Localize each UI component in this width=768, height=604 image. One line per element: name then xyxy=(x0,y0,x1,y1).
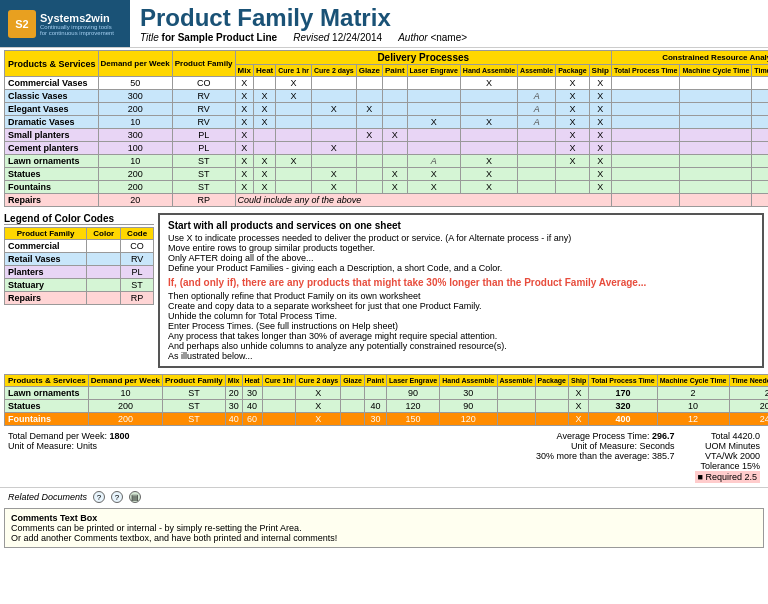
related-doc-icon-1[interactable]: ? xyxy=(93,491,105,503)
tpt-cell xyxy=(611,77,680,90)
table-row: Elegant Vases200RVXXXXAXX0 xyxy=(5,103,769,116)
family-cell: PL xyxy=(172,129,235,142)
table-row: Cement planters100PLXXXX0 xyxy=(5,142,769,155)
revised-label: Revised xyxy=(293,32,329,43)
package-cell: X xyxy=(556,116,589,129)
thirty-pct-value: 385.7 xyxy=(652,451,675,461)
total-value: 4420.0 xyxy=(732,431,760,441)
legend-code: RV xyxy=(121,253,154,266)
instruction-line5: Define your Product Families - giving ea… xyxy=(168,263,754,273)
glaze-cell xyxy=(356,155,382,168)
glaze-cell xyxy=(356,77,382,90)
product-name: Repairs xyxy=(5,194,99,207)
required-value: 2.5 xyxy=(744,472,757,482)
family-cell: RV xyxy=(172,90,235,103)
tpt-cell xyxy=(611,116,680,129)
paint-cell xyxy=(383,116,408,129)
mix-cell: X xyxy=(235,155,253,168)
tpt-cell xyxy=(611,194,680,207)
legend-code: ST xyxy=(121,279,154,292)
tolerance-label: Tolerance xyxy=(700,461,739,471)
mct-cell xyxy=(680,168,752,181)
legend-family-name: Planters xyxy=(5,266,87,279)
product-name: Elegant Vases xyxy=(5,103,99,116)
table-row: Repairs20RPCould include any of the abov… xyxy=(5,194,769,207)
mct-cell xyxy=(680,129,752,142)
assemble-cell xyxy=(518,129,556,142)
glaze-header: Glaze xyxy=(356,65,382,77)
laser-header: Laser Engrave xyxy=(407,65,460,77)
cure2-cell xyxy=(311,77,356,90)
mct-cell xyxy=(680,116,752,129)
family-header: Product Family xyxy=(172,51,235,77)
glaze-cell: X xyxy=(356,129,382,142)
mix-cell: X xyxy=(235,103,253,116)
instruction-line1: Start with all products and services on … xyxy=(168,220,754,231)
family-cell: RV xyxy=(172,103,235,116)
package-header: Package xyxy=(556,65,589,77)
uom-label-left: Unit of Measure xyxy=(8,441,72,451)
tnpw-cell: 0 xyxy=(752,129,768,142)
demand-header: Demand per Week xyxy=(98,51,172,77)
tolerance-value: 15% xyxy=(742,461,760,471)
legend-color-cell xyxy=(87,292,121,305)
instruction-line3: Move entire rows to group similar produc… xyxy=(168,243,754,253)
package-cell xyxy=(556,168,589,181)
package-cell: X xyxy=(556,77,589,90)
package-cell: X xyxy=(556,129,589,142)
logo-tagline: Continually improving tools xyxy=(40,24,114,30)
ship-cell: X xyxy=(589,129,611,142)
cure1-cell xyxy=(276,103,312,116)
demand-cell: 200 xyxy=(98,181,172,194)
cure2-cell: X xyxy=(311,168,356,181)
legend-family-name: Retail Vases xyxy=(5,253,87,266)
family-cell: PL xyxy=(172,142,235,155)
related-doc-icon-3[interactable]: ▤ xyxy=(129,491,141,503)
highlight-instruction: If, (and only if), there are any product… xyxy=(168,277,754,288)
glaze-cell xyxy=(356,142,382,155)
mix-cell: X xyxy=(235,129,253,142)
hand-cell xyxy=(460,90,517,103)
demand-cell: 10 xyxy=(98,155,172,168)
laser-cell: X xyxy=(407,181,460,194)
family-cell: ST xyxy=(172,155,235,168)
legend-code: CO xyxy=(121,240,154,253)
paint-header: Paint xyxy=(383,65,408,77)
heat-cell xyxy=(253,142,275,155)
table-row: Small planters300PLXXXXX0 xyxy=(5,129,769,142)
stats-row: Total Demand per Week: 1800 Unit of Meas… xyxy=(0,429,768,485)
instruction-line10: Any process that takes longer than 30% o… xyxy=(168,331,754,341)
table-row: Fountains200STXXXXXXX0 xyxy=(5,181,769,194)
paint-cell: X xyxy=(383,129,408,142)
ship-cell: X xyxy=(589,103,611,116)
ship-header: Ship xyxy=(589,65,611,77)
laser-cell: X xyxy=(407,168,460,181)
tnpw-cell: 0 xyxy=(752,194,768,207)
hand-cell: X xyxy=(460,181,517,194)
mix-cell: X xyxy=(235,181,253,194)
revised-value: 12/24/2014 xyxy=(332,32,382,43)
heat-cell xyxy=(253,77,275,90)
related-docs-label: Related Documents xyxy=(8,492,87,502)
mix-cell: X xyxy=(235,168,253,181)
delivery-header: Delivery Processes xyxy=(235,51,611,65)
legend-color-cell xyxy=(87,240,121,253)
product-name: Statues xyxy=(5,168,99,181)
products-services-header: Products & Services xyxy=(5,51,99,77)
demand-cell: 10 xyxy=(98,116,172,129)
cure1-cell xyxy=(276,142,312,155)
demand-cell: 200 xyxy=(98,168,172,181)
ship-cell: X xyxy=(589,155,611,168)
product-name: Dramatic Vases xyxy=(5,116,99,129)
instruction-line8: Unhide the column for Total Process Time… xyxy=(168,311,754,321)
avg-process-value: 296.7 xyxy=(652,431,675,441)
thirty-pct-label: 30% more than the average xyxy=(536,451,647,461)
instruction-line7: Create and copy data to a separate works… xyxy=(168,301,754,311)
heat-header: Heat xyxy=(253,65,275,77)
demand-cell: 20 xyxy=(98,194,172,207)
heat-cell: X xyxy=(253,181,275,194)
glaze-cell xyxy=(356,90,382,103)
author-label: Author xyxy=(398,32,427,43)
table-row: Statues200STXXXXXXX0 xyxy=(5,168,769,181)
related-doc-icon-2[interactable]: ? xyxy=(111,491,123,503)
